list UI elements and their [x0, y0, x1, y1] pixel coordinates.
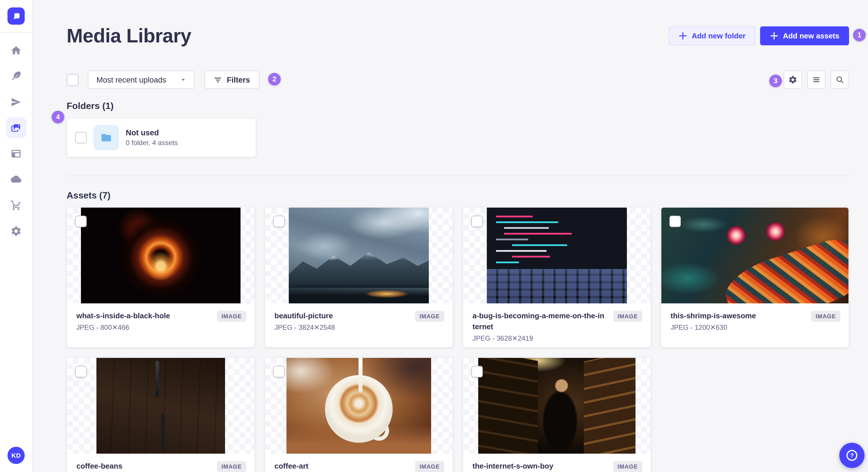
asset-image [287, 358, 431, 453]
asset-thumbnail-area [463, 358, 650, 453]
list-view-button[interactable] [807, 71, 826, 89]
asset-card[interactable]: beautiful-picture JPEG - 3824✕2548 IMAGE [265, 207, 453, 347]
folder-name: Not used [126, 129, 178, 137]
asset-type-badge: IMAGE [217, 461, 246, 472]
sidebar: KD [0, 0, 33, 472]
asset-meta: JPEG - 3628✕2419 [472, 334, 641, 342]
asset-image [478, 358, 636, 453]
sidebar-item-settings[interactable] [6, 221, 26, 241]
sidebar-item-deploy[interactable] [6, 169, 26, 190]
feather-icon [10, 71, 22, 82]
asset-image [487, 208, 627, 303]
paper-plane-icon [10, 96, 22, 108]
annotation-badge-2: 2 [268, 73, 281, 86]
sidebar-item-releases[interactable] [6, 92, 26, 112]
add-new-folder-button[interactable]: Add new folder [669, 26, 755, 45]
asset-footer: coffee-art JPEG - 5824✕3259 IMAGE [265, 453, 453, 472]
asset-thumbnail-area [661, 208, 848, 303]
asset-image [289, 208, 429, 303]
svg-text:?: ? [850, 452, 854, 459]
asset-meta: JPEG - 3824✕2548 [274, 324, 443, 332]
gear-icon [10, 225, 22, 237]
asset-type-badge: IMAGE [613, 461, 642, 472]
sidebar-item-content-type-builder[interactable] [6, 143, 26, 164]
asset-footer: what-s-inside-a-black-hole JPEG - 800✕46… [67, 303, 254, 332]
folder-tile [94, 125, 119, 150]
asset-checkbox[interactable] [471, 216, 483, 227]
search-icon [835, 75, 844, 84]
plus-icon [770, 31, 778, 40]
asset-checkbox[interactable] [670, 216, 681, 227]
add-new-assets-label: Add new assets [783, 31, 839, 40]
filter-icon [214, 75, 222, 84]
asset-thumbnail-area [265, 208, 453, 303]
grid-settings-button[interactable] [784, 71, 802, 89]
media-library-page: KD Media Library Add new folder Add new … [0, 0, 868, 472]
annotation-badge-4: 4 [52, 111, 64, 123]
sidebar-item-home[interactable] [6, 40, 26, 61]
strapi-logo-glyph [11, 11, 21, 21]
asset-footer: a-bug-is-becoming-a-meme-on-the-internet… [463, 303, 650, 342]
asset-checkbox[interactable] [75, 366, 87, 377]
asset-footer: this-shrimp-is-awesome JPEG - 1200✕630 I… [661, 303, 848, 332]
asset-meta: JPEG - 1200✕630 [671, 324, 839, 332]
asset-image [96, 358, 225, 453]
plus-icon [679, 31, 687, 40]
header-actions: Add new folder Add new assets [669, 26, 849, 45]
assets-grid: what-s-inside-a-black-hole JPEG - 800✕46… [67, 207, 849, 472]
sort-dropdown[interactable]: Most recent uploads [88, 71, 195, 89]
sidebar-item-content[interactable] [6, 66, 26, 87]
folders-section-title: Folders (1) [67, 102, 849, 111]
toolbar: Most recent uploads Filters [67, 71, 849, 89]
main-content: Media Library Add new folder Add new ass… [33, 0, 868, 472]
asset-image [81, 208, 240, 303]
help-button[interactable]: ? [839, 443, 865, 468]
media-library-icon [10, 122, 22, 134]
add-new-folder-label: Add new folder [692, 31, 746, 40]
asset-type-badge: IMAGE [613, 311, 642, 322]
asset-card[interactable]: coffee-art JPEG - 5824✕3259 IMAGE [265, 357, 453, 472]
sidebar-nav [6, 40, 26, 241]
filters-label: Filters [227, 75, 250, 84]
asset-checkbox[interactable] [75, 216, 87, 227]
layout-icon [10, 148, 22, 160]
filters-button[interactable]: Filters [205, 71, 259, 89]
asset-footer: the-internet-s-own-boy JPEG - 1200✕707 I… [463, 453, 650, 472]
asset-card[interactable]: the-internet-s-own-boy JPEG - 1200✕707 I… [463, 357, 651, 472]
asset-checkbox[interactable] [471, 366, 483, 377]
sidebar-divider [0, 32, 32, 33]
asset-card[interactable]: this-shrimp-is-awesome JPEG - 1200✕630 I… [661, 207, 849, 347]
folder-checkbox[interactable] [75, 132, 87, 143]
search-button[interactable] [831, 71, 849, 89]
user-avatar[interactable]: KD [7, 447, 25, 464]
sidebar-item-media-library[interactable] [6, 117, 26, 138]
asset-meta: JPEG - 800✕466 [76, 324, 245, 332]
asset-checkbox[interactable] [273, 216, 285, 227]
cloud-icon [10, 174, 22, 185]
assets-section-title: Assets (7) [67, 191, 849, 200]
gear-icon [788, 75, 797, 84]
asset-thumbnail-area [265, 358, 453, 453]
asset-card[interactable]: what-s-inside-a-black-hole JPEG - 800✕46… [67, 207, 255, 347]
asset-checkbox[interactable] [273, 366, 285, 377]
question-mark-icon: ? [845, 448, 859, 462]
asset-footer: coffee-beans JPEG - 5021✕3347 IMAGE [67, 453, 254, 472]
chevron-down-icon [179, 76, 187, 84]
sidebar-item-marketplace[interactable] [6, 195, 26, 216]
asset-image [661, 208, 848, 303]
folder-icon [100, 131, 113, 144]
list-icon [812, 75, 821, 84]
annotation-badge-1: 1 [853, 29, 866, 41]
add-new-assets-button[interactable]: Add new assets [760, 26, 849, 45]
folder-info: Not used 0 folder, 4 assets [126, 129, 178, 147]
asset-card[interactable]: a-bug-is-becoming-a-meme-on-the-internet… [463, 207, 651, 347]
section-divider [67, 175, 849, 176]
sort-dropdown-value: Most recent uploads [96, 75, 166, 84]
asset-type-badge: IMAGE [415, 311, 444, 322]
asset-card[interactable]: coffee-beans JPEG - 5021✕3347 IMAGE [67, 357, 255, 472]
select-all-checkbox[interactable] [67, 74, 79, 86]
asset-thumbnail-area [67, 208, 254, 303]
asset-thumbnail-area [67, 358, 254, 453]
strapi-logo[interactable] [7, 7, 25, 25]
folder-card[interactable]: Not used 0 folder, 4 assets [67, 118, 256, 157]
